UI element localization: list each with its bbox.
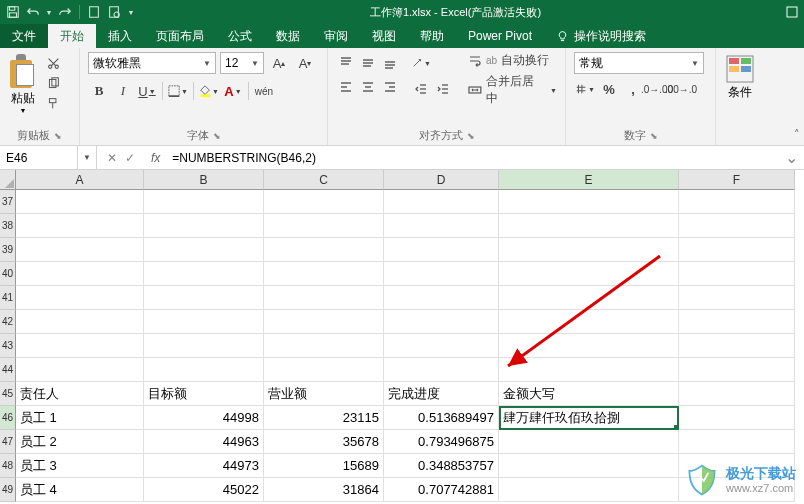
row-head-46[interactable]: 46 (0, 406, 16, 430)
fill-color-button[interactable]: ▼ (198, 80, 220, 102)
increase-indent-icon[interactable] (432, 78, 454, 100)
tab-help[interactable]: 帮助 (408, 24, 456, 48)
tab-review[interactable]: 审阅 (312, 24, 360, 48)
cell-A47[interactable]: 员工 2 (16, 430, 144, 454)
fx-icon[interactable]: fx (145, 151, 166, 165)
col-head-E[interactable]: E (499, 170, 679, 190)
cell-A38[interactable] (16, 214, 144, 238)
tell-me-search[interactable]: 操作说明搜索 (544, 24, 658, 48)
cell-F43[interactable] (679, 334, 795, 358)
cell-E41[interactable] (499, 286, 679, 310)
cell-B43[interactable] (144, 334, 264, 358)
cell-C37[interactable] (264, 190, 384, 214)
cell-E43[interactable] (499, 334, 679, 358)
cancel-formula-icon[interactable]: ✕ (107, 151, 117, 165)
row-head-37[interactable]: 37 (0, 190, 16, 214)
cell-E49[interactable] (499, 478, 679, 502)
row-head-44[interactable]: 44 (0, 358, 16, 382)
cell-E39[interactable] (499, 238, 679, 262)
align-bottom-icon[interactable] (380, 52, 400, 74)
cell-B40[interactable] (144, 262, 264, 286)
row-head-39[interactable]: 39 (0, 238, 16, 262)
copy-icon[interactable] (44, 74, 62, 92)
cell-B45[interactable]: 目标额 (144, 382, 264, 406)
cell-E40[interactable] (499, 262, 679, 286)
cell-D42[interactable] (384, 310, 499, 334)
cell-E38[interactable] (499, 214, 679, 238)
cell-F39[interactable] (679, 238, 795, 262)
cell-A43[interactable] (16, 334, 144, 358)
expand-formula-bar-icon[interactable]: ⌄ (779, 148, 804, 167)
wrap-text-button[interactable]: ab 自动换行 (468, 52, 557, 69)
align-right-icon[interactable] (380, 76, 400, 98)
cell-D49[interactable]: 0.707742881 (384, 478, 499, 502)
cell-C46[interactable]: 23115 (264, 406, 384, 430)
cell-C38[interactable] (264, 214, 384, 238)
cell-C43[interactable] (264, 334, 384, 358)
cell-D39[interactable] (384, 238, 499, 262)
cell-B38[interactable] (144, 214, 264, 238)
paste-button[interactable]: 粘贴 ▼ (8, 52, 38, 114)
clipboard-launcher-icon[interactable]: ⬊ (54, 131, 62, 141)
cell-E45[interactable]: 金额大写 (499, 382, 679, 406)
cell-C44[interactable] (264, 358, 384, 382)
cell-E47[interactable] (499, 430, 679, 454)
cell-A48[interactable]: 员工 3 (16, 454, 144, 478)
cell-B47[interactable]: 44963 (144, 430, 264, 454)
save-icon[interactable] (4, 3, 22, 21)
cell-A42[interactable] (16, 310, 144, 334)
accounting-format-icon[interactable]: ▼ (574, 78, 596, 100)
cell-A46[interactable]: 员工 1 (16, 406, 144, 430)
maximize-button[interactable] (780, 0, 804, 24)
tab-home[interactable]: 开始 (48, 24, 96, 48)
cell-D41[interactable] (384, 286, 499, 310)
tab-insert[interactable]: 插入 (96, 24, 144, 48)
col-head-D[interactable]: D (384, 170, 499, 190)
tab-data[interactable]: 数据 (264, 24, 312, 48)
print-preview-icon[interactable] (105, 3, 123, 21)
row-head-49[interactable]: 49 (0, 478, 16, 502)
cell-D46[interactable]: 0.513689497 (384, 406, 499, 430)
qat-customize-icon[interactable]: ▼ (125, 3, 137, 21)
font-name-combo[interactable]: 微软雅黑▼ (88, 52, 216, 74)
cell-B41[interactable] (144, 286, 264, 310)
col-head-C[interactable]: C (264, 170, 384, 190)
cell-D44[interactable] (384, 358, 499, 382)
cell-D45[interactable]: 完成进度 (384, 382, 499, 406)
cell-A41[interactable] (16, 286, 144, 310)
cell-B42[interactable] (144, 310, 264, 334)
cell-C39[interactable] (264, 238, 384, 262)
cell-C49[interactable]: 31864 (264, 478, 384, 502)
tab-layout[interactable]: 页面布局 (144, 24, 216, 48)
cell-D43[interactable] (384, 334, 499, 358)
name-box[interactable]: E46 (0, 146, 78, 169)
cell-D37[interactable] (384, 190, 499, 214)
tab-view[interactable]: 视图 (360, 24, 408, 48)
orientation-button[interactable]: ▼ (410, 52, 432, 74)
align-top-icon[interactable] (336, 52, 356, 74)
cell-A49[interactable]: 员工 4 (16, 478, 144, 502)
align-launcher-icon[interactable]: ⬊ (467, 131, 475, 141)
decrease-font-icon[interactable]: A▾ (294, 52, 316, 74)
cell-B44[interactable] (144, 358, 264, 382)
cell-A40[interactable] (16, 262, 144, 286)
cell-F42[interactable] (679, 310, 795, 334)
collapse-ribbon-icon[interactable]: ˄ (794, 128, 800, 141)
align-middle-icon[interactable] (358, 52, 378, 74)
cell-B46[interactable]: 44998 (144, 406, 264, 430)
number-format-combo[interactable]: 常规▼ (574, 52, 704, 74)
formula-input[interactable] (166, 151, 779, 165)
cell-E48[interactable] (499, 454, 679, 478)
cell-A39[interactable] (16, 238, 144, 262)
number-launcher-icon[interactable]: ⬊ (650, 131, 658, 141)
cell-F38[interactable] (679, 214, 795, 238)
new-icon[interactable] (85, 3, 103, 21)
cell-F41[interactable] (679, 286, 795, 310)
cell-D48[interactable]: 0.348853757 (384, 454, 499, 478)
name-box-dropdown-icon[interactable]: ▼ (78, 146, 97, 169)
cell-A44[interactable] (16, 358, 144, 382)
cut-icon[interactable] (44, 54, 62, 72)
increase-font-icon[interactable]: A▴ (268, 52, 290, 74)
percent-format-icon[interactable]: % (598, 78, 620, 100)
cell-F47[interactable] (679, 430, 795, 454)
